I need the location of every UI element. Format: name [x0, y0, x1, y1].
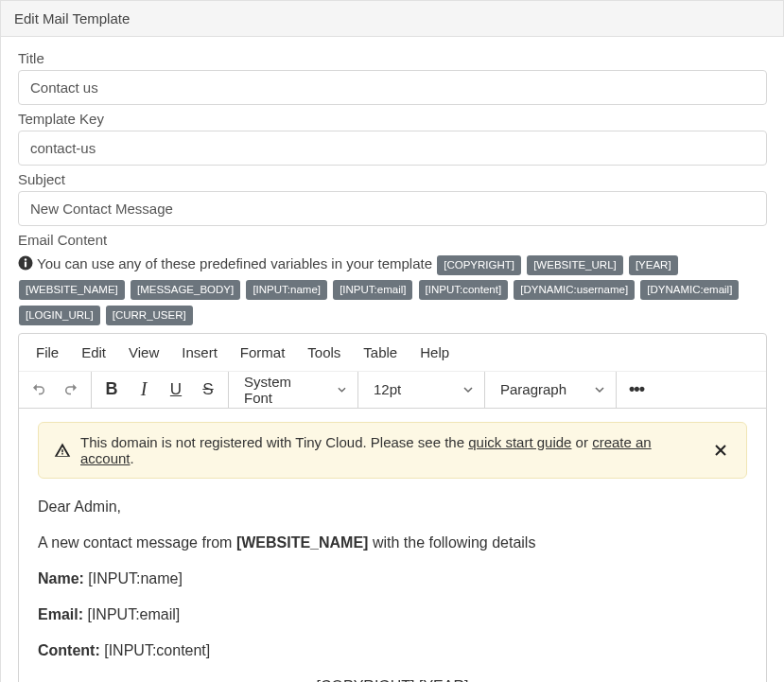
editor-toolbar: B I U S System Font 12pt [19, 372, 766, 409]
content-line: Content: [INPUT:content] [38, 639, 747, 662]
quick-start-link[interactable]: quick start guide [468, 434, 571, 450]
variable-badge: [LOGIN_URL] [19, 306, 100, 325]
notice-text: This domain is not registered with Tiny … [80, 434, 701, 466]
redo-icon [62, 381, 79, 398]
chevron-down-icon [463, 385, 473, 394]
font-size-group: 12pt [358, 372, 485, 408]
font-family-select[interactable]: System Font [233, 372, 354, 408]
tiny-notice: This domain is not registered with Tiny … [38, 422, 747, 479]
menu-format[interactable]: Format [229, 338, 297, 367]
greeting-line: Dear Admin, [38, 496, 747, 518]
variable-badge: [MESSAGE_BODY] [131, 280, 240, 300]
italic-button[interactable]: I [128, 372, 160, 408]
font-size-select[interactable]: 12pt [362, 372, 480, 408]
font-family-group: System Font [229, 372, 358, 408]
key-input[interactable] [18, 131, 767, 166]
undo-button[interactable] [23, 372, 55, 408]
field-title: Title [18, 50, 767, 105]
title-input[interactable] [18, 70, 767, 105]
bold-button[interactable]: B [96, 372, 128, 408]
variable-badge: [YEAR] [629, 255, 678, 275]
menu-insert[interactable]: Insert [170, 338, 229, 367]
menu-view[interactable]: View [117, 338, 170, 367]
redo-button[interactable] [55, 372, 87, 408]
subject-input[interactable] [18, 191, 767, 226]
font-family-value: System Font [244, 374, 315, 406]
menu-edit[interactable]: Edit [70, 338, 117, 367]
variable-badge: [INPUT:email] [333, 280, 412, 300]
more-button[interactable]: ••• [620, 372, 653, 408]
strike-button[interactable]: S [192, 372, 224, 408]
editor-content[interactable]: Dear Admin, A new contact message from [… [38, 496, 747, 683]
info-icon [18, 255, 33, 271]
block-format-value: Paragraph [500, 381, 566, 397]
font-size-value: 12pt [374, 381, 401, 397]
notice-prefix: This domain is not registered with Tiny … [80, 434, 468, 450]
page-header: Edit Mail Template [0, 0, 784, 37]
content-label: Email Content [18, 232, 767, 248]
underline-button[interactable]: U [160, 372, 192, 408]
subject-label: Subject [18, 171, 767, 187]
more-group: ••• [617, 372, 656, 408]
chevron-down-icon [595, 385, 604, 394]
variable-badge: [DYNAMIC:email] [640, 280, 739, 300]
editor-body: This domain is not registered with Tiny … [19, 409, 766, 683]
field-email-content: Email Content You can use any of these p… [18, 232, 767, 682]
history-group [19, 372, 92, 408]
chevron-down-icon [338, 385, 346, 394]
name-line: Name: [INPUT:name] [38, 568, 747, 590]
title-label: Title [18, 50, 767, 66]
notice-suffix: . [131, 450, 134, 466]
email-line: Email: [INPUT:email] [38, 603, 747, 626]
intro-line: A new contact message from [WEBSITE_NAME… [38, 532, 747, 554]
editor-menubar: File Edit View Insert Format Tools Table… [19, 334, 766, 372]
close-icon [714, 444, 727, 457]
notice-middle: or [571, 434, 592, 450]
key-label: Template Key [18, 111, 767, 127]
format-group: B I U S [92, 372, 229, 408]
variable-badge: [DYNAMIC:username] [514, 280, 635, 300]
svg-rect-2 [25, 262, 26, 268]
menu-file[interactable]: File [25, 338, 70, 367]
warning-icon [54, 442, 71, 459]
page-title: Edit Mail Template [14, 10, 130, 26]
variable-badge: [CURR_USER] [106, 306, 193, 325]
menu-tools[interactable]: Tools [296, 338, 352, 367]
undo-icon [30, 381, 47, 398]
form-content: Title Template Key Subject Email Content… [0, 37, 784, 682]
variables-hint-text: You can use any of these predefined vari… [37, 255, 432, 271]
notice-close-button[interactable] [710, 440, 731, 461]
rich-editor: File Edit View Insert Format Tools Table… [18, 333, 767, 683]
block-format-group: Paragraph [485, 372, 617, 408]
field-subject: Subject [18, 171, 767, 226]
variable-badge: [INPUT:name] [246, 280, 327, 300]
variables-hint: You can use any of these predefined vari… [18, 252, 767, 327]
variable-badge: [INPUT:content] [419, 280, 509, 300]
variable-badge: [WEBSITE_URL] [527, 255, 623, 275]
footer-copyright: [COPYRIGHT] [YEAR] [38, 675, 747, 683]
variable-badge: [WEBSITE_NAME] [19, 280, 125, 300]
variable-badge: [COPYRIGHT] [437, 255, 521, 275]
menu-table[interactable]: Table [352, 338, 409, 367]
field-template-key: Template Key [18, 111, 767, 166]
svg-point-1 [25, 258, 26, 260]
block-format-select[interactable]: Paragraph [489, 372, 612, 408]
menu-help[interactable]: Help [409, 338, 461, 367]
